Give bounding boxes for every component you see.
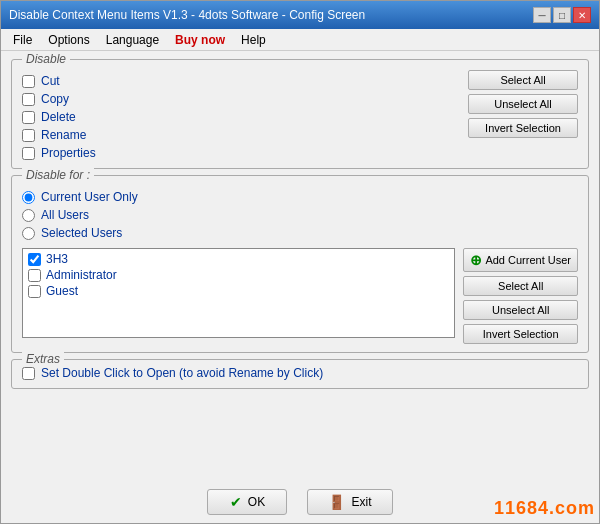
users-listbox[interactable]: 3H3 Administrator Guest [22,248,455,338]
window-title: Disable Context Menu Items V1.3 - 4dots … [9,8,365,22]
add-icon: ⊕ [470,252,482,268]
delete-checkbox[interactable] [22,111,35,124]
extras-group: Extras Set Double Click to Open (to avoi… [11,359,589,389]
user-3h3-label: 3H3 [46,252,68,266]
menu-file[interactable]: File [5,32,40,48]
user-guest-label: Guest [46,284,78,298]
disable-checkboxes: Cut Copy Delete Rename [22,70,96,160]
invert-selection-users-button[interactable]: Invert Selection [463,324,578,344]
footer: ✔ OK 🚪 Exit [1,483,599,523]
menu-help[interactable]: Help [233,32,274,48]
ok-label: OK [248,495,265,509]
ok-icon: ✔ [230,494,242,510]
checkbox-rename[interactable]: Rename [22,128,96,142]
add-current-user-button[interactable]: ⊕ Add Current User [463,248,578,272]
checkbox-cut[interactable]: Cut [22,74,96,88]
main-window: Disable Context Menu Items V1.3 - 4dots … [0,0,600,524]
cut-checkbox[interactable] [22,75,35,88]
user-administrator-label: Administrator [46,268,117,282]
title-bar: Disable Context Menu Items V1.3 - 4dots … [1,1,599,29]
disable-for-group-label: Disable for : [22,168,94,182]
rename-checkbox[interactable] [22,129,35,142]
disable-for-section: Current User Only All Users Selected Use… [22,186,578,344]
checkbox-properties[interactable]: Properties [22,146,96,160]
extras-group-label: Extras [22,352,64,366]
disable-buttons: Select All Unselect All Invert Selection [468,70,578,138]
disable-group-label: Disable [22,52,70,66]
cut-label: Cut [41,74,60,88]
user-administrator-checkbox[interactable] [28,269,41,282]
user-item-3h3[interactable]: 3H3 [25,251,452,267]
menu-bar: File Options Language Buy now Help [1,29,599,51]
title-bar-buttons: ─ □ ✕ [533,7,591,23]
minimize-button[interactable]: ─ [533,7,551,23]
main-content: Disable Cut Copy Delete [1,51,599,483]
selected-users-radio[interactable] [22,227,35,240]
double-click-checkbox-row[interactable]: Set Double Click to Open (to avoid Renam… [22,366,578,380]
rename-label: Rename [41,128,86,142]
select-all-users-button[interactable]: Select All [463,276,578,296]
copy-label: Copy [41,92,69,106]
disable-for-group: Disable for : Current User Only All User… [11,175,589,353]
radio-current-user[interactable]: Current User Only [22,190,578,204]
unselect-all-button[interactable]: Unselect All [468,94,578,114]
user-guest-checkbox[interactable] [28,285,41,298]
add-current-user-label: Add Current User [485,254,571,266]
delete-label: Delete [41,110,76,124]
close-button[interactable]: ✕ [573,7,591,23]
menu-buy-now[interactable]: Buy now [167,32,233,48]
properties-label: Properties [41,146,96,160]
users-buttons: ⊕ Add Current User Select All Unselect A… [463,248,578,344]
users-list: 3H3 Administrator Guest [23,249,454,301]
unselect-all-users-button[interactable]: Unselect All [463,300,578,320]
radio-selected-users[interactable]: Selected Users [22,226,578,240]
selected-users-label: Selected Users [41,226,122,240]
exit-icon: 🚪 [328,494,345,510]
properties-checkbox[interactable] [22,147,35,160]
user-item-administrator[interactable]: Administrator [25,267,452,283]
disable-group: Disable Cut Copy Delete [11,59,589,169]
double-click-checkbox[interactable] [22,367,35,380]
menu-options[interactable]: Options [40,32,97,48]
disable-section: Cut Copy Delete Rename [22,70,578,160]
user-3h3-checkbox[interactable] [28,253,41,266]
exit-button[interactable]: 🚪 Exit [307,489,392,515]
menu-language[interactable]: Language [98,32,167,48]
radio-all-users[interactable]: All Users [22,208,578,222]
current-user-label: Current User Only [41,190,138,204]
exit-label: Exit [351,495,371,509]
select-all-button[interactable]: Select All [468,70,578,90]
checkbox-copy[interactable]: Copy [22,92,96,106]
users-panel: 3H3 Administrator Guest [22,248,578,344]
all-users-label: All Users [41,208,89,222]
copy-checkbox[interactable] [22,93,35,106]
checkbox-delete[interactable]: Delete [22,110,96,124]
ok-button[interactable]: ✔ OK [207,489,287,515]
restore-button[interactable]: □ [553,7,571,23]
double-click-label: Set Double Click to Open (to avoid Renam… [41,366,323,380]
invert-selection-button[interactable]: Invert Selection [468,118,578,138]
user-item-guest[interactable]: Guest [25,283,452,299]
current-user-radio[interactable] [22,191,35,204]
all-users-radio[interactable] [22,209,35,222]
